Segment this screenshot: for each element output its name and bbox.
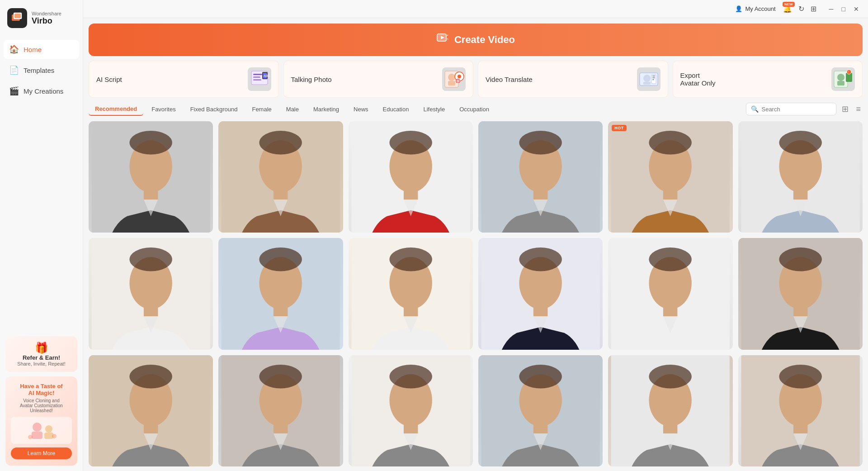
avatar-image-12 (738, 238, 863, 349)
svg-point-95 (259, 365, 302, 388)
create-video-banner[interactable]: Create Video (89, 24, 863, 56)
svg-rect-72 (274, 304, 288, 316)
avatar-card-15[interactable]: Avatar 15 (349, 355, 473, 466)
minimize-button[interactable]: ─ (827, 5, 835, 14)
refer-subtitle: Share, Invite, Repeat! (11, 361, 72, 366)
filter-recommended[interactable]: Recommended (89, 103, 143, 116)
avatar-image-15 (349, 355, 473, 466)
new-badge: NEW (783, 2, 795, 7)
svg-rect-84 (663, 304, 677, 316)
svg-rect-44 (144, 188, 158, 200)
filter-lifestyle[interactable]: Lifestyle (417, 103, 451, 115)
search-input[interactable] (761, 106, 831, 113)
svg-rect-37 (837, 81, 844, 86)
svg-point-67 (129, 247, 172, 271)
avatar-image-2 (218, 121, 343, 233)
svg-rect-100 (404, 422, 418, 433)
sidebar-item-my-creations[interactable]: 🎬 My Creations (4, 81, 79, 100)
maximize-button[interactable]: □ (840, 5, 847, 14)
filter-fixed-background[interactable]: Fixed Background (184, 103, 244, 115)
avatar-card-5[interactable]: HOT William - Business (608, 121, 732, 233)
avatar-card-3[interactable]: Ruby-Games (349, 121, 473, 233)
filter-news[interactable]: News (347, 103, 375, 115)
ai-magic-preview (11, 417, 72, 444)
avatar-card-9[interactable]: Arjun - Araber (349, 238, 473, 349)
titlebar: 👤 My Account 🔔 NEW ↻ ⊞ ─ □ ✕ (83, 0, 868, 18)
feature-talking-photo[interactable]: Talking Photo (283, 61, 474, 98)
svg-rect-60 (663, 188, 677, 200)
filter-occupation[interactable]: Occupation (453, 103, 495, 115)
avatar-card-6[interactable]: Chloe-Elegant (738, 121, 863, 233)
svg-point-75 (389, 247, 432, 271)
svg-point-107 (649, 365, 692, 388)
sidebar-item-templates[interactable]: 📄 Templates (4, 61, 79, 80)
grid-icon[interactable]: ⊞ (811, 5, 816, 13)
filter-female[interactable]: Female (245, 103, 278, 115)
avatar-card-7[interactable]: Giulia-Business (89, 238, 213, 349)
avatar-card-12[interactable]: John-Marketer (738, 238, 863, 349)
avatar-image-5: HOT (608, 121, 732, 233)
svg-point-83 (649, 247, 692, 271)
filter-marketing[interactable]: Marketing (307, 103, 345, 115)
refer-icon: 🎁 (11, 342, 72, 354)
avatar-card-17[interactable]: Avatar 17 (608, 355, 732, 466)
svg-rect-14 (253, 74, 262, 75)
avatar-image-13 (89, 355, 213, 466)
svg-point-47 (259, 131, 302, 154)
create-video-label: Create Video (454, 34, 515, 46)
svg-point-43 (129, 131, 172, 154)
avatar-card-14[interactable]: Avatar 14 (218, 355, 343, 466)
svg-rect-48 (274, 188, 288, 200)
avatar-image-7 (89, 238, 213, 349)
feature-export-avatar[interactable]: Export Avatar Only ↑ (673, 61, 863, 98)
sidebar-navigation: 🏠 Home 📄 Templates 🎬 My Creations (0, 36, 83, 104)
filter-education[interactable]: Education (377, 103, 415, 115)
svg-point-3 (33, 423, 42, 432)
sidebar: Wondershare Virbo 🏠 Home 📄 Templates 🎬 M… (0, 0, 83, 471)
svg-point-99 (389, 365, 432, 388)
filter-favorites[interactable]: Favorites (145, 103, 182, 115)
avatar-card-1[interactable]: Brandt-Casual (89, 121, 213, 233)
account-label: My Account (745, 5, 775, 12)
avatar-card-10[interactable]: Gabriel-Business (478, 238, 603, 349)
list-view-button[interactable]: ≡ (854, 103, 863, 116)
avatar-image-10 (478, 238, 603, 349)
sidebar-item-home[interactable]: 🏠 Home (4, 40, 79, 59)
my-creations-icon: 🎬 (9, 86, 19, 96)
feature-ai-script[interactable]: AI Script ABC (89, 61, 279, 98)
avatar-card-11[interactable]: Mina - Hanfu (608, 238, 732, 349)
search-box[interactable]: 🔍 (746, 103, 836, 115)
svg-point-71 (259, 247, 302, 271)
logo-text: Wondershare Virbo (32, 11, 61, 26)
sidebar-item-templates-label: Templates (24, 67, 54, 74)
filter-male[interactable]: Male (280, 103, 305, 115)
avatar-card-8[interactable]: Ruby-Formal (218, 238, 343, 349)
learn-more-button[interactable]: Learn More (11, 447, 72, 459)
bell-icon[interactable]: 🔔 NEW (783, 5, 792, 13)
avatar-card-13[interactable]: Avatar 13 (89, 355, 213, 466)
refresh-icon[interactable]: ↻ (798, 5, 804, 13)
grid-view-button[interactable]: ⊞ (840, 102, 850, 116)
avatar-image-14 (218, 355, 343, 466)
avatar-image-17 (608, 355, 732, 466)
close-button[interactable]: ✕ (852, 5, 861, 14)
export-avatar-image: ↑ (831, 67, 855, 91)
svg-text:↑: ↑ (848, 70, 849, 74)
brand-name: Wondershare (32, 11, 61, 16)
avatar-image-18 (738, 355, 863, 466)
account-button[interactable]: 👤 My Account (735, 5, 775, 12)
svg-rect-96 (274, 421, 288, 433)
account-icon: 👤 (735, 5, 742, 12)
sidebar-bottom: 🎁 Refer & Earn! Share, Invite, Repeat! H… (0, 331, 83, 471)
feature-video-translate[interactable]: Video Translate (478, 61, 668, 98)
ai-script-label: AI Script (96, 76, 122, 83)
avatar-card-16[interactable]: Avatar 16 (478, 355, 603, 466)
svg-rect-56 (533, 188, 547, 200)
avatar-card-4[interactable]: Harper-Promotion (478, 121, 603, 233)
avatar-card-18[interactable]: Avatar 18 (738, 355, 863, 466)
svg-point-21 (448, 74, 455, 81)
avatar-card-2[interactable]: Elena-Professional (218, 121, 343, 233)
ai-magic-title-plain: Have a Taste of AI Magic! (11, 383, 72, 396)
refer-card[interactable]: 🎁 Refer & Earn! Share, Invite, Repeat! (5, 336, 77, 372)
svg-point-8 (52, 434, 57, 438)
